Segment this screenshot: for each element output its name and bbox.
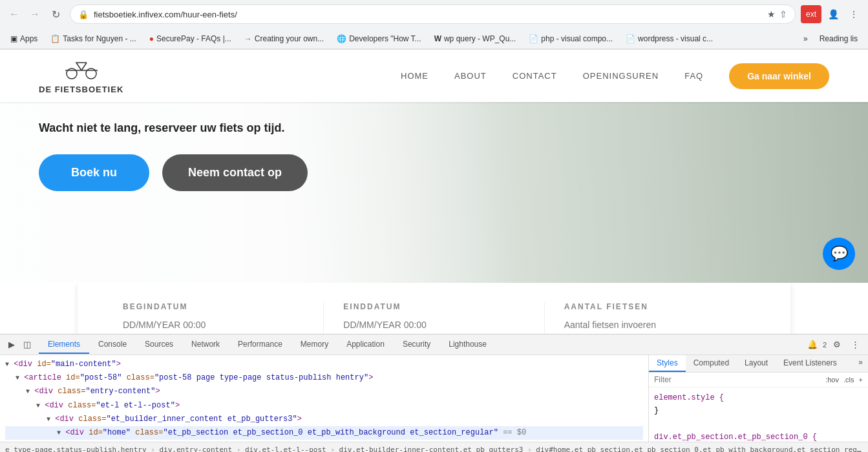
bookmark-developers[interactable]: 🌐 Developers "How T... xyxy=(332,32,426,45)
device-toolbar-icon[interactable]: ◫ xyxy=(21,338,34,351)
devtools-tab-memory[interactable]: Memory xyxy=(291,336,337,354)
styles-filter-input[interactable] xyxy=(654,375,825,384)
hero-content: Wacht niet te lang, reserveer uw fiets o… xyxy=(0,102,868,211)
php-icon: 📄 xyxy=(529,34,538,43)
nav-home[interactable]: HOME xyxy=(401,71,429,81)
bookmark-wpquery[interactable]: W wp query - WP_Qu... xyxy=(429,32,522,45)
devtools-tab-console[interactable]: Console xyxy=(89,336,136,354)
devtools-notification-count: 2 xyxy=(823,341,827,349)
nav-buttons: ← → ↻ xyxy=(5,5,65,23)
bookmark-php[interactable]: 📄 php - visual compo... xyxy=(524,32,618,45)
bookmark-securepay[interactable]: ● SecurePay - FAQs |... xyxy=(144,32,237,45)
triangle-icon: ▼ xyxy=(36,402,40,409)
book-button[interactable]: Boek nu xyxy=(39,154,149,191)
nav-about[interactable]: ABOUT xyxy=(454,71,487,81)
devtools-right-panel: Styles Computed Layout Event Listeners »… xyxy=(648,355,868,442)
element-row-article[interactable]: ▼ <article id="post-58" class="post-58 p… xyxy=(5,371,643,385)
contact-button[interactable]: Neem contact op xyxy=(162,154,308,191)
nav-openingsuren[interactable]: OPENINGSUREN xyxy=(583,71,659,81)
breadcrumb-entry-content[interactable]: div.entry-content xyxy=(159,446,232,452)
devtools-right-tab-layout[interactable]: Layout xyxy=(737,355,776,372)
devtools-tab-performance[interactable]: Performance xyxy=(229,336,291,354)
hero-buttons: Boek nu Neem contact op xyxy=(39,154,829,191)
devtools-tab-lighthouse[interactable]: Lighthouse xyxy=(439,336,496,354)
apps-icon: ▣ xyxy=(10,34,17,43)
booking-field-count: AANTAL FIETSEN xyxy=(545,302,765,334)
bookmark-reading[interactable]: Reading lis xyxy=(814,32,863,45)
end-date-input[interactable] xyxy=(343,320,524,334)
nav-contact[interactable]: CONTACT xyxy=(513,71,557,81)
settings-icon[interactable]: ⋮ xyxy=(845,5,863,23)
devtools-right-icons: 🔔 2 ⚙ ⋮ xyxy=(805,337,863,353)
bookmark-apps[interactable]: ▣ Apps xyxy=(5,32,43,45)
inspect-element-icon[interactable]: ▶ xyxy=(5,338,18,351)
bookmark-creating[interactable]: → Creating your own... xyxy=(239,32,329,45)
bookmark-developers-label: Developers "How T... xyxy=(349,34,421,43)
devtools-tab-security[interactable]: Security xyxy=(394,336,439,354)
devtools-tabs: Elements Console Sources Network Perform… xyxy=(39,336,805,354)
devtools-tab-application[interactable]: Application xyxy=(337,336,394,354)
element-row-et-builder[interactable]: ▼ <div class="et_builder_inner_content e… xyxy=(5,413,643,426)
breadcrumb-type-page[interactable]: e type-page.status-publish.hentry xyxy=(5,446,147,452)
devtools-elements-panel: ▼ <div id="main-content"> ▼ <article id=… xyxy=(0,355,648,442)
devtools-settings-icon[interactable]: ⚙ xyxy=(829,337,845,353)
devtools-tab-network[interactable]: Network xyxy=(182,336,229,354)
bookmark-tasks[interactable]: 📋 Tasks for Nguyen - ... xyxy=(45,32,141,45)
start-date-input[interactable] xyxy=(123,320,304,334)
devtools-tab-elements[interactable]: Elements xyxy=(39,336,89,354)
element-row-entry-content[interactable]: ▼ <div class="entry-content"> xyxy=(5,385,643,398)
devtools-right-tab-styles[interactable]: Styles xyxy=(649,355,686,372)
breadcrumb-home-section[interactable]: div#home.et_pb_section.et_pb_section_0.e… xyxy=(536,446,868,452)
forward-button[interactable]: → xyxy=(26,5,44,23)
devtools-more-icon[interactable]: ⋮ xyxy=(847,337,863,353)
booking-field-end: EINDDATUM xyxy=(324,302,544,334)
address-bar[interactable]: 🔒 fietsboetiek.infivex.com/huur-een-fiet… xyxy=(70,5,796,24)
extensions-icon[interactable]: ext xyxy=(801,5,821,23)
url-text: fietsboetiek.infivex.com/huur-een-fiets/ xyxy=(94,10,762,19)
triangle-icon: ▼ xyxy=(26,388,30,395)
css-section-rule: div.et_pb_section.et_pb_section_0 { (ind… xyxy=(654,431,863,442)
nav-faq[interactable]: FAQ xyxy=(684,71,703,81)
devtools-right-tab-events[interactable]: Event Listeners xyxy=(776,355,845,372)
svg-line-3 xyxy=(81,63,87,70)
bookmark-wordpress[interactable]: 📄 wordpress - visual c... xyxy=(620,32,718,45)
star-icon[interactable]: ★ xyxy=(767,9,776,19)
devtools-notifications-icon[interactable]: 🔔 xyxy=(805,337,820,353)
profile-icon[interactable]: 👤 xyxy=(824,5,842,23)
bookmark-apps-label: Apps xyxy=(20,34,37,43)
element-row-main-content[interactable]: ▼ <div id="main-content"> xyxy=(5,358,643,371)
devtools-tab-sources[interactable]: Sources xyxy=(136,336,182,354)
count-input[interactable] xyxy=(564,320,745,334)
bookmark-more-icon[interactable]: » xyxy=(799,32,812,45)
devtools-right-tab-computed[interactable]: Computed xyxy=(686,355,737,372)
securepay-icon: ● xyxy=(149,34,154,43)
count-label: AANTAL FIETSEN xyxy=(564,302,745,311)
booking-form: BEGINDATUM EINDDATUM AANTAL FIETSEN xyxy=(78,283,790,334)
filter-hov-btn[interactable]: :hov xyxy=(825,376,839,384)
website-area: DE FIETSBOETIEK HOME ABOUT CONTACT OPENI… xyxy=(0,50,868,334)
devtools-right-tabs: Styles Computed Layout Event Listeners » xyxy=(649,355,868,373)
messenger-button[interactable]: 💬 xyxy=(823,238,855,270)
devtools-breadcrumb: e type-page.status-publish.hentry › div.… xyxy=(0,442,868,452)
logo-icon xyxy=(62,57,101,85)
devtools-content: ▼ <div id="main-content"> ▼ <article id=… xyxy=(0,355,868,442)
bookmark-creating-label: Creating your own... xyxy=(255,34,324,43)
toolbar-icons: ext 👤 ⋮ xyxy=(801,5,863,23)
filter-add-btn[interactable]: + xyxy=(857,376,863,384)
devtools-right-more[interactable]: » xyxy=(853,355,868,372)
share-icon[interactable]: ⇧ xyxy=(779,9,787,19)
back-button[interactable]: ← xyxy=(5,5,23,23)
logo-text: DE FIETSBOETIEK xyxy=(39,85,123,94)
cta-button[interactable]: Ga naar winkel xyxy=(729,63,829,89)
breadcrumb-et-l[interactable]: div.et-l.et-l--post xyxy=(245,446,326,452)
devtools-panel-icons: ▶ ◫ xyxy=(5,338,34,351)
filter-cls-btn[interactable]: .cls xyxy=(842,376,854,384)
element-row-home-section[interactable]: ▼ <div id="home" class="et_pb_section et… xyxy=(5,426,643,440)
bookmark-tasks-label: Tasks for Nguyen - ... xyxy=(63,34,136,43)
reload-button[interactable]: ↻ xyxy=(47,5,65,23)
bookmark-php-label: php - visual compo... xyxy=(541,34,613,43)
breadcrumb-et-builder[interactable]: div.et-builder-inner-content.et_pb_gutte… xyxy=(339,446,524,452)
devtools-toolbar: ▶ ◫ Elements Console Sources Network Per… xyxy=(0,334,868,355)
browser-toolbar: ← → ↻ 🔒 fietsboetiek.infivex.com/huur-ee… xyxy=(0,0,868,28)
element-row-et-l[interactable]: ▼ <div class="et-l et-l--post"> xyxy=(5,399,643,413)
